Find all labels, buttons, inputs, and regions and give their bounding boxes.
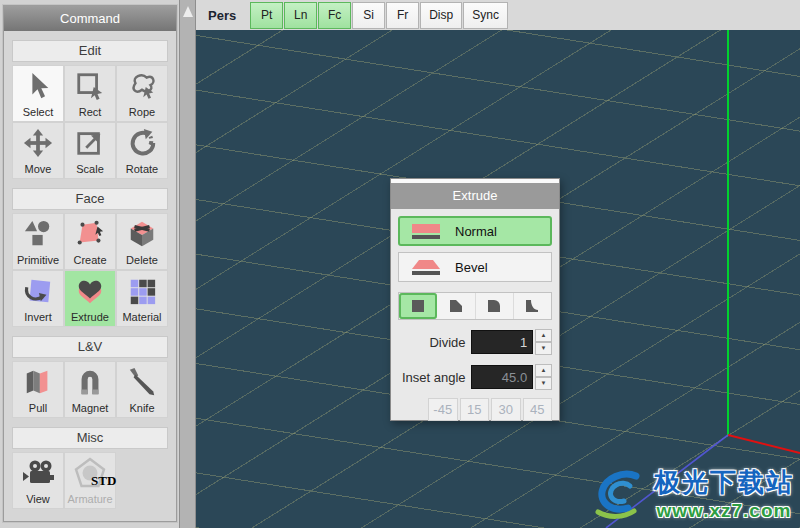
pull-icon — [23, 362, 53, 402]
extrude-normal-button[interactable]: Normal — [398, 216, 552, 246]
tool-scale[interactable]: Scale — [64, 122, 116, 179]
divide-spin-down-icon[interactable]: ▼ — [535, 342, 552, 355]
tool-label: Create — [73, 254, 106, 267]
tool-delete[interactable]: Delete — [116, 213, 168, 270]
angle-preset-row: -45 15 30 45 — [428, 398, 552, 421]
toggle-si-button[interactable]: Si — [352, 2, 385, 29]
primitive-icon — [23, 214, 53, 254]
perspective-label: Pers — [208, 8, 236, 23]
app-window: Command Edit Select Rect Rope — [0, 0, 800, 528]
display-button[interactable]: Disp — [420, 2, 462, 29]
watermark-site-url: www.xz7.com — [654, 500, 794, 522]
divide-label: Divide — [398, 335, 466, 350]
std-watermark-text: STD — [91, 473, 116, 489]
toggle-faces-button[interactable]: Fc — [318, 2, 351, 29]
section-header-misc: Misc — [12, 427, 168, 449]
divide-row: Divide 1 ▲ ▼ — [398, 329, 552, 355]
tool-view[interactable]: View — [12, 452, 64, 509]
cove-profile-icon — [524, 298, 540, 314]
extrude-bevel-button[interactable]: Bevel — [398, 252, 552, 282]
inset-angle-row: Inset angle 45.0 ▲ ▼ — [398, 364, 552, 390]
move-icon — [23, 123, 53, 163]
angle-preset-minus45-button[interactable]: -45 — [428, 398, 458, 421]
x-axis-line — [728, 435, 800, 453]
tool-material[interactable]: Material — [116, 270, 168, 327]
round-profile-button[interactable] — [476, 293, 514, 319]
rotate-icon — [127, 123, 157, 163]
extrude-icon — [75, 271, 105, 311]
tool-label: Extrude — [71, 311, 109, 324]
sync-button[interactable]: Sync — [463, 2, 508, 29]
tool-label: Invert — [24, 311, 52, 324]
tool-rope[interactable]: Rope — [116, 65, 168, 122]
inset-angle-input[interactable]: 45.0 — [471, 365, 534, 389]
tool-rect[interactable]: Rect — [64, 65, 116, 122]
command-panel: Command Edit Select Rect Rope — [3, 5, 177, 522]
cove-profile-button[interactable] — [514, 293, 551, 319]
toggle-lines-button[interactable]: Ln — [284, 2, 317, 29]
view-icon — [22, 453, 54, 493]
collapse-up-icon[interactable] — [183, 6, 193, 17]
inset-spin-down-icon[interactable]: ▼ — [535, 377, 552, 390]
tool-label: Delete — [126, 254, 158, 267]
section-header-face: Face — [12, 188, 168, 210]
watermark-site-name: 极光下载站 — [654, 465, 794, 500]
mode-label: Bevel — [455, 260, 488, 275]
square-profile-button[interactable] — [399, 293, 437, 319]
inset-spin-up-icon[interactable]: ▲ — [535, 364, 552, 377]
toggle-fr-button[interactable]: Fr — [386, 2, 419, 29]
round-profile-icon — [486, 298, 502, 314]
tool-label: Rope — [129, 106, 155, 119]
create-icon — [75, 214, 105, 254]
rect-icon — [75, 66, 105, 106]
face-tool-grid: Primitive Create Delete Invert — [12, 213, 168, 327]
angle-preset-45-button[interactable]: 45 — [523, 398, 553, 421]
dialog-title[interactable]: Extrude — [391, 183, 559, 209]
tool-select[interactable]: Select — [12, 65, 64, 122]
tool-primitive[interactable]: Primitive — [12, 213, 64, 270]
material-icon — [127, 271, 157, 311]
panel-splitter[interactable] — [179, 0, 196, 528]
divide-value: 1 — [520, 335, 527, 350]
tool-label: Move — [25, 163, 52, 176]
divide-spin-up-icon[interactable]: ▲ — [535, 329, 552, 342]
section-header-lv: L&V — [12, 336, 168, 358]
tool-pull[interactable]: Pull — [12, 361, 64, 418]
tool-extrude[interactable]: Extrude — [64, 270, 116, 327]
chamfer-profile-button[interactable] — [437, 293, 475, 319]
bevel-profile-row — [398, 292, 552, 320]
divide-input[interactable]: 1 — [471, 330, 534, 354]
tool-invert[interactable]: Invert — [12, 270, 64, 327]
magnet-icon — [75, 362, 105, 402]
tool-magnet[interactable]: Magnet — [64, 361, 116, 418]
section-header-edit: Edit — [12, 40, 168, 62]
toggle-points-button[interactable]: Pt — [250, 2, 283, 29]
edit-tool-grid: Select Rect Rope Move — [12, 65, 168, 179]
select-icon — [23, 66, 53, 106]
tool-label: Rotate — [126, 163, 158, 176]
tool-label: Knife — [129, 402, 154, 415]
inset-angle-label: Inset angle — [398, 370, 466, 385]
tool-create[interactable]: Create — [64, 213, 116, 270]
command-panel-title: Command — [4, 6, 176, 31]
chamfer-profile-icon — [448, 298, 464, 314]
misc-tool-grid: View Armature — [12, 452, 168, 509]
angle-preset-30-button[interactable]: 30 — [491, 398, 521, 421]
lv-tool-grid: Pull Magnet Knife — [12, 361, 168, 418]
delete-icon — [127, 214, 157, 254]
tool-knife[interactable]: Knife — [116, 361, 168, 418]
tool-label: Rect — [79, 106, 102, 119]
tool-label: Primitive — [17, 254, 59, 267]
knife-icon — [127, 362, 157, 402]
inset-angle-spinner: ▲ ▼ — [535, 364, 552, 390]
tool-label: Select — [23, 106, 54, 119]
tool-label: Scale — [76, 163, 104, 176]
angle-preset-15-button[interactable]: 15 — [460, 398, 490, 421]
watermark-logo-icon — [584, 466, 650, 522]
tool-label: View — [26, 493, 50, 506]
viewport-toolbar: Pers Pt Ln Fc Si Fr Disp Sync — [196, 0, 800, 30]
tool-label: Magnet — [72, 402, 109, 415]
tool-label: Material — [122, 311, 161, 324]
tool-rotate[interactable]: Rotate — [116, 122, 168, 179]
tool-move[interactable]: Move — [12, 122, 64, 179]
